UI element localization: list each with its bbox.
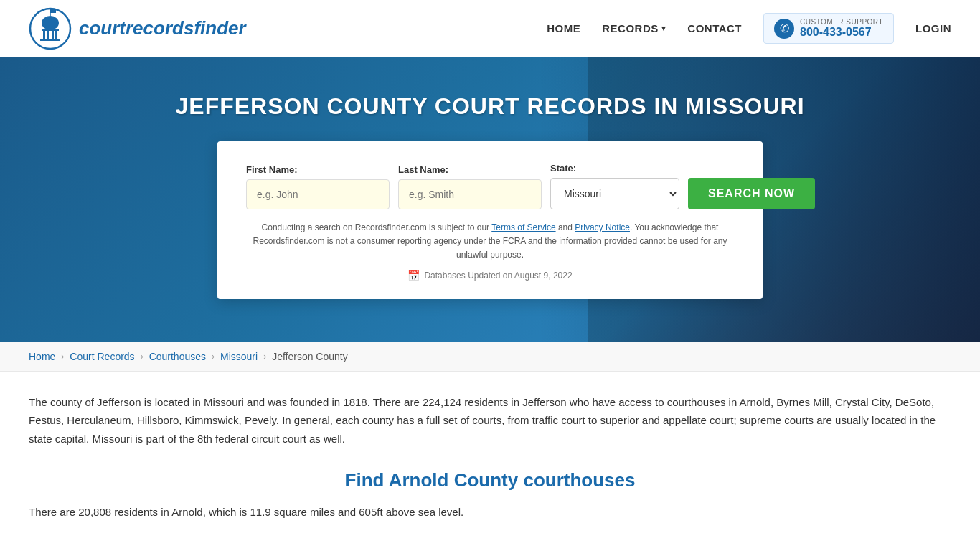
breadcrumb-courthouses[interactable]: Courthouses — [149, 351, 206, 362]
state-select[interactable]: Missouri — [550, 178, 679, 209]
last-name-input[interactable] — [398, 179, 542, 209]
breadcrumb-sep-3: › — [212, 352, 215, 362]
breadcrumb-current: Jefferson County — [272, 351, 348, 362]
main-content: The county of Jefferson is located in Mi… — [0, 372, 980, 543]
svg-rect-7 — [40, 39, 60, 41]
state-label: State: — [550, 163, 679, 174]
svg-rect-3 — [43, 31, 45, 39]
hero-section: JEFFERSON COUNTY COURT RECORDS IN MISSOU… — [0, 57, 980, 342]
nav-login[interactable]: LOGIN — [915, 22, 951, 34]
svg-rect-5 — [52, 31, 54, 39]
nav-contact[interactable]: CONTACT — [687, 22, 742, 34]
terms-link[interactable]: Terms of Service — [491, 222, 555, 232]
phone-icon: ✆ — [774, 19, 794, 39]
site-header: courtrecordsfinder HOME RECORDS ▾ CONTAC… — [0, 0, 980, 57]
db-update: 📅 Databases Updated on August 9, 2022 — [246, 270, 734, 281]
support-text: CUSTOMER SUPPORT 800-433-0567 — [800, 18, 883, 39]
support-phone: 800-433-0567 — [800, 26, 883, 39]
support-label: CUSTOMER SUPPORT — [800, 18, 883, 26]
search-card: First Name: Last Name: State: Missouri S… — [217, 141, 763, 299]
state-field-group: State: Missouri — [550, 163, 679, 209]
breadcrumb-court-records[interactable]: Court Records — [70, 351, 134, 362]
svg-rect-9 — [50, 9, 56, 13]
main-nav: HOME RECORDS ▾ CONTACT ✆ CUSTOMER SUPPOR… — [547, 13, 951, 44]
db-update-text: Databases Updated on August 9, 2022 — [424, 270, 572, 281]
privacy-link[interactable]: Privacy Notice — [575, 222, 630, 232]
logo-text: courtrecordsfinder — [79, 17, 246, 39]
last-name-label: Last Name: — [398, 164, 542, 175]
breadcrumb-sep-2: › — [141, 352, 143, 362]
first-name-field-group: First Name: — [246, 164, 390, 209]
section-title: Find Arnold County courthouses — [29, 469, 951, 491]
customer-support-area[interactable]: ✆ CUSTOMER SUPPORT 800-433-0567 — [763, 13, 894, 44]
section-subtitle: There are 20,808 residents in Arnold, wh… — [29, 503, 951, 522]
search-button[interactable]: SEARCH NOW — [688, 178, 815, 209]
first-name-input[interactable] — [246, 179, 390, 209]
svg-point-1 — [42, 16, 59, 30]
search-fields: First Name: Last Name: State: Missouri S… — [246, 163, 734, 209]
breadcrumb: Home › Court Records › Courthouses › Mis… — [0, 342, 980, 372]
logo-icon — [29, 7, 72, 50]
database-icon: 📅 — [407, 270, 420, 281]
nav-records[interactable]: RECORDS ▾ — [602, 22, 666, 34]
svg-rect-6 — [55, 31, 57, 39]
svg-rect-4 — [47, 31, 49, 39]
breadcrumb-missouri[interactable]: Missouri — [220, 351, 258, 362]
breadcrumb-sep-4: › — [263, 352, 266, 362]
disclaimer-text: Conducting a search on Recordsfinder.com… — [246, 221, 734, 263]
first-name-label: First Name: — [246, 164, 390, 175]
svg-rect-2 — [42, 29, 59, 31]
nav-home[interactable]: HOME — [547, 22, 580, 34]
chevron-down-icon: ▾ — [661, 24, 666, 33]
breadcrumb-sep-1: › — [61, 352, 64, 362]
breadcrumb-home[interactable]: Home — [29, 351, 55, 362]
logo-link[interactable]: courtrecordsfinder — [29, 7, 246, 50]
hero-title: JEFFERSON COUNTY COURT RECORDS IN MISSOU… — [175, 93, 804, 120]
intro-paragraph: The county of Jefferson is located in Mi… — [29, 393, 951, 448]
last-name-field-group: Last Name: — [398, 164, 542, 209]
